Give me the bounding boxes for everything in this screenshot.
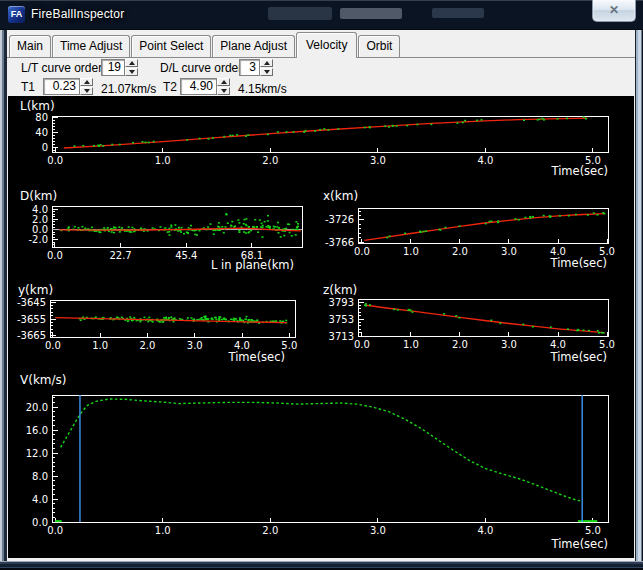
svg-text:Time(sec): Time(sec) xyxy=(549,350,607,364)
svg-text:3753: 3753 xyxy=(329,314,354,325)
t1-spinner xyxy=(80,78,93,95)
tab-page: Main Time Adjust Point Select Plane Adju… xyxy=(7,30,635,561)
t1-down-button[interactable] xyxy=(80,87,93,95)
svg-text:22.7: 22.7 xyxy=(109,250,131,261)
t2-up-button[interactable] xyxy=(217,78,230,86)
t1-up-button[interactable] xyxy=(80,78,93,86)
dl-order-down-button[interactable] xyxy=(260,68,273,76)
titlebar[interactable]: FA FireBallInspector ✕ xyxy=(0,0,643,30)
svg-text:-3655: -3655 xyxy=(17,314,46,325)
plot-V: V(km/s)20.016.012.08.04.00.00.01.02.03.0… xyxy=(20,373,608,551)
plot-x: x(km)-3726-37660.01.02.03.04.05.0Time(se… xyxy=(323,189,615,270)
dl-curve-order-label: D/L curve order xyxy=(160,61,242,75)
svg-text:4.0: 4.0 xyxy=(550,339,566,350)
svg-text:3.0: 3.0 xyxy=(501,246,517,257)
dl-curve-order-spinner xyxy=(260,59,273,76)
tab-orbit[interactable]: Orbit xyxy=(358,35,400,57)
svg-text:Time(sec): Time(sec) xyxy=(550,164,608,178)
svg-text:4.0: 4.0 xyxy=(477,525,493,536)
down-arrow-icon xyxy=(84,89,90,93)
lt-order-down-button[interactable] xyxy=(125,68,138,76)
tab-time-adjust[interactable]: Time Adjust xyxy=(52,35,130,57)
svg-text:0.0: 0.0 xyxy=(45,340,61,351)
svg-text:3.0: 3.0 xyxy=(370,525,386,536)
up-arrow-icon xyxy=(264,61,270,65)
svg-text:0.0: 0.0 xyxy=(47,155,63,166)
svg-text:4.0: 4.0 xyxy=(477,155,493,166)
window-border-right xyxy=(635,30,643,570)
svg-text:y(km): y(km) xyxy=(18,283,53,297)
svg-text:Time(sec): Time(sec) xyxy=(227,350,285,364)
close-icon: ✕ xyxy=(609,3,619,17)
close-button[interactable]: ✕ xyxy=(592,0,636,22)
svg-text:0.0: 0.0 xyxy=(32,517,48,528)
plot-z: z(km)3793375337130.01.02.03.04.05.0Time(… xyxy=(323,283,615,364)
window-border-bottom xyxy=(0,561,643,570)
tab-main[interactable]: Main xyxy=(9,35,51,57)
svg-text:2.0: 2.0 xyxy=(262,525,278,536)
svg-text:3713: 3713 xyxy=(329,331,354,342)
svg-text:-3645: -3645 xyxy=(17,297,46,308)
lt-curve-order-spinner xyxy=(125,59,138,76)
tab-point-select[interactable]: Point Select xyxy=(131,35,211,57)
svg-text:-3766: -3766 xyxy=(325,237,354,248)
down-arrow-icon xyxy=(129,70,135,74)
lt-curve-order-field[interactable]: 19 xyxy=(101,59,125,76)
svg-text:-2.0: -2.0 xyxy=(28,234,48,245)
svg-text:3793: 3793 xyxy=(329,297,354,308)
app-icon: FA xyxy=(8,6,25,23)
svg-text:0.0: 0.0 xyxy=(47,250,63,261)
svg-text:D(km): D(km) xyxy=(20,189,57,203)
lt-order-up-button[interactable] xyxy=(125,59,138,67)
plot-L: L(km)804000.01.02.03.04.05.0Time(sec) xyxy=(20,99,608,178)
svg-text:3.0: 3.0 xyxy=(187,340,203,351)
svg-text:16.0: 16.0 xyxy=(26,425,48,436)
svg-text:V(km/s): V(km/s) xyxy=(20,373,67,387)
t2-down-button[interactable] xyxy=(217,87,230,95)
t2-field[interactable]: 4.90 xyxy=(180,78,217,95)
svg-text:-3665: -3665 xyxy=(17,330,46,341)
svg-text:1.0: 1.0 xyxy=(403,339,419,350)
svg-text:Time(sec): Time(sec) xyxy=(550,537,608,551)
t1-label: T1 xyxy=(21,80,35,94)
svg-text:20.0: 20.0 xyxy=(26,402,48,413)
up-arrow-icon xyxy=(129,61,135,65)
dl-curve-order-field[interactable]: 3 xyxy=(239,59,260,76)
dl-order-up-button[interactable] xyxy=(260,59,273,67)
down-arrow-icon xyxy=(264,70,270,74)
tab-plane-adjust[interactable]: Plane Adjust xyxy=(212,35,295,57)
t2-spinner xyxy=(217,78,230,95)
plot-D: D(km)4.02.00.0-2.00.022.745.468.1L in pl… xyxy=(20,189,302,272)
t1-speed-readout: 21.07km/s xyxy=(101,82,156,96)
svg-text:L in plane(km): L in plane(km) xyxy=(211,258,294,272)
svg-text:x(km): x(km) xyxy=(323,189,358,203)
aero-glass-reflection xyxy=(268,7,332,20)
svg-text:40: 40 xyxy=(35,127,48,138)
up-arrow-icon xyxy=(221,80,227,84)
svg-text:3.0: 3.0 xyxy=(501,339,517,350)
svg-text:8.0: 8.0 xyxy=(32,471,48,482)
svg-text:2.0: 2.0 xyxy=(262,155,278,166)
tab-bar: Main Time Adjust Point Select Plane Adju… xyxy=(9,33,401,57)
svg-text:-3726: -3726 xyxy=(325,214,354,225)
svg-text:1.0: 1.0 xyxy=(155,155,171,166)
plot-svg: L(km)804000.01.02.03.04.05.0Time(sec)D(k… xyxy=(8,96,634,558)
plot-y: y(km)-3645-3655-36650.01.02.03.04.05.0Ti… xyxy=(17,283,297,364)
lt-curve-order-label: L/T curve order xyxy=(21,61,102,75)
t2-label: T2 xyxy=(163,80,177,94)
aero-glass-reflection xyxy=(340,8,402,19)
svg-text:3.0: 3.0 xyxy=(370,155,386,166)
tab-velocity[interactable]: Velocity xyxy=(296,32,357,58)
svg-text:1.0: 1.0 xyxy=(155,525,171,536)
svg-text:45.4: 45.4 xyxy=(175,250,197,261)
window-title: FireBallInspector xyxy=(31,7,124,21)
svg-text:0: 0 xyxy=(42,142,48,153)
down-arrow-icon xyxy=(221,89,227,93)
svg-text:4.0: 4.0 xyxy=(32,494,48,505)
up-arrow-icon xyxy=(84,80,90,84)
t1-field[interactable]: 0.23 xyxy=(43,78,80,95)
t2-speed-readout: 4.15km/s xyxy=(238,82,287,96)
app-window: FA FireBallInspector ✕ Main Time Adjust … xyxy=(0,0,643,570)
svg-text:L(km): L(km) xyxy=(20,99,55,113)
aero-glass-reflection xyxy=(432,8,484,18)
